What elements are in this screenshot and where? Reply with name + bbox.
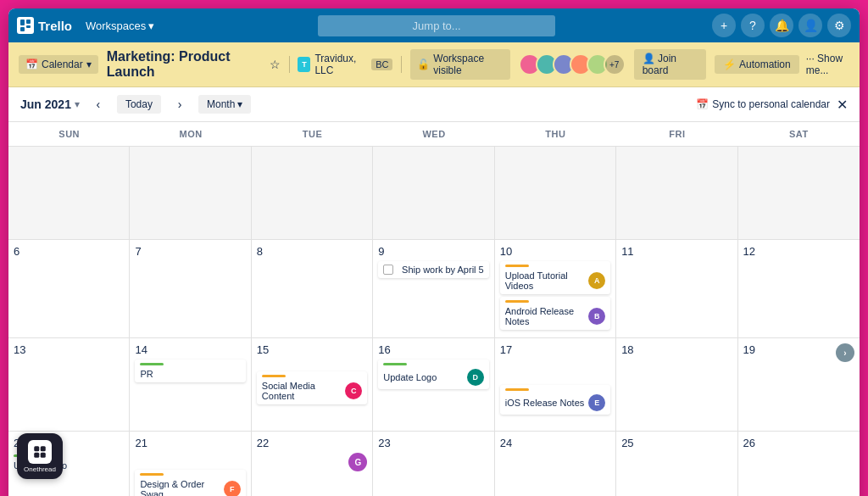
visibility-button[interactable]: 🔓 Workspace visible	[410, 49, 509, 80]
search-input[interactable]	[318, 15, 555, 36]
cal-cell-empty	[373, 147, 494, 240]
add-button[interactable]: +	[712, 14, 736, 37]
join-board-button[interactable]: 👤 Join board	[634, 49, 706, 80]
onethread-label: Onethread	[24, 465, 56, 473]
workspace-name: Travidux, LLC	[314, 53, 367, 76]
board-title: Marketing: Product Launch	[107, 49, 261, 80]
today-button[interactable]: Today	[117, 95, 161, 114]
day-number: 16	[378, 343, 488, 356]
chevron-down-icon: ▾	[237, 98, 242, 110]
card-title: Upload Tutorial Videos	[505, 270, 588, 291]
cal-cell-14: 14 PR	[130, 338, 251, 432]
card-update-logo[interactable]: Update Logo D	[378, 359, 488, 389]
nav-search	[168, 15, 705, 36]
card-avatar: B	[588, 308, 605, 325]
day-number: 22	[257, 437, 367, 449]
avatar-count[interactable]: +7	[604, 53, 626, 75]
label-bar	[505, 388, 529, 391]
top-nav: Trello Workspaces ▾ + ? 🔔 👤 ⚙	[8, 8, 860, 42]
notifications-icon[interactable]: 🔔	[770, 14, 793, 37]
calendar-view-button[interactable]: 📅 Calendar ▾	[19, 55, 98, 74]
cal-cell-13: 13	[8, 338, 130, 432]
cal-cell-7: 7	[130, 240, 251, 338]
cal-cell-16: 16 Update Logo D	[373, 338, 494, 432]
cal-controls-right: 📅 Sync to personal calendar ✕	[696, 97, 848, 113]
divider	[289, 56, 290, 73]
cal-cell-17: 17 iOS Release Notes E	[495, 338, 616, 432]
card-social-media[interactable]: Social Media Content C	[257, 371, 367, 404]
month-view-button[interactable]: Month ▾	[198, 95, 251, 114]
next-month-button[interactable]: ›	[170, 94, 190, 114]
cal-cell-6: 6	[8, 240, 130, 338]
divider2	[401, 56, 402, 73]
cal-cell-empty	[8, 147, 130, 240]
show-more-button[interactable]: ··· Show me...	[806, 53, 849, 76]
card-ios-release[interactable]: iOS Release Notes E	[500, 385, 610, 415]
workspace-icon: T	[298, 57, 310, 72]
cal-cell-empty	[616, 147, 737, 240]
day-number: 7	[135, 245, 245, 258]
chevron-down-icon: ▾	[148, 20, 154, 32]
card-avatar: F	[224, 481, 241, 496]
card-title: Social Media Content	[262, 381, 345, 401]
card-title: Ship work by April 5	[402, 265, 484, 275]
chevron-down-icon: ▾	[75, 98, 80, 110]
cal-cell-22: 22 G	[252, 432, 373, 496]
cal-cell-9: 9 Ship work by April 5	[373, 240, 494, 338]
label-bar	[383, 363, 407, 365]
day-number: 8	[257, 245, 367, 258]
card-avatar: ›	[836, 343, 854, 362]
workspaces-button[interactable]: Workspaces ▾	[79, 16, 161, 36]
sync-calendar-button[interactable]: 📅 Sync to personal calendar	[696, 98, 830, 110]
calendar-icon: 📅	[696, 98, 709, 110]
day-header-wed: WED	[373, 122, 494, 146]
lock-icon: 🔓	[417, 59, 430, 70]
info-icon[interactable]: ?	[741, 14, 765, 37]
card-avatar: E	[588, 394, 605, 411]
app-name: Trello	[38, 19, 72, 33]
cal-cell-11: 11	[616, 240, 737, 338]
card-title: iOS Release Notes	[505, 398, 585, 408]
day-header-sun: SUN	[8, 122, 130, 146]
card-design-swag[interactable]: Design & Order Swag F	[135, 470, 245, 496]
card-pr[interactable]: PR	[135, 359, 245, 382]
card-avatar: G	[348, 453, 367, 471]
calendar-icon: 📅	[25, 59, 38, 70]
automation-button[interactable]: ⚡ Automation	[715, 55, 799, 74]
cal-cell-empty	[738, 147, 860, 240]
close-button[interactable]: ✕	[837, 97, 848, 113]
prev-month-button[interactable]: ‹	[88, 94, 108, 114]
workspace-badge: T Travidux, LLC BC	[298, 53, 392, 76]
checkbox-icon	[383, 265, 393, 275]
day-header-tue: TUE	[252, 122, 373, 146]
day-number: 10	[500, 245, 610, 258]
svg-rect-1	[41, 446, 46, 451]
day-number: 6	[14, 245, 124, 258]
day-header-fri: FRI	[616, 122, 737, 146]
onethread-widget[interactable]: Onethread	[17, 433, 63, 479]
card-ship-work[interactable]: Ship work by April 5	[378, 261, 488, 278]
label-bar	[140, 363, 164, 365]
star-icon[interactable]: ☆	[270, 58, 281, 71]
card-android-release[interactable]: Android Release Notes B	[500, 297, 610, 330]
card-upload-tutorial[interactable]: Upload Tutorial Videos A	[500, 261, 610, 294]
cal-cell-8: 8	[252, 240, 373, 338]
day-number: 11	[621, 245, 732, 258]
svg-rect-2	[34, 452, 39, 457]
month-nav: Jun 2021 ▾	[20, 98, 80, 111]
card-avatar: D	[467, 369, 484, 386]
card-avatar: A	[588, 272, 605, 289]
calendar-controls: Jun 2021 ▾ ‹ Today › Month ▾ 📅 Sync to p…	[8, 87, 860, 122]
day-header-mon: MON	[130, 122, 251, 146]
app-wrapper: Trello Workspaces ▾ + ? 🔔 👤 ⚙ 📅 Calendar…	[8, 8, 860, 496]
cal-cell-23: 23	[373, 432, 494, 496]
user-avatar[interactable]: 👤	[798, 14, 822, 37]
settings-icon[interactable]: ⚙	[827, 14, 851, 37]
day-number: 18	[621, 343, 732, 356]
cal-cell-26: 26	[738, 432, 860, 496]
board-header: 📅 Calendar ▾ Marketing: Product Launch ☆…	[8, 42, 860, 87]
lightning-icon: ⚡	[723, 59, 736, 70]
calendar-header-row: SUN MON TUE WED THU FRI SAT	[8, 122, 860, 147]
cal-cell-empty	[495, 147, 616, 240]
card-avatar: C	[345, 382, 362, 399]
